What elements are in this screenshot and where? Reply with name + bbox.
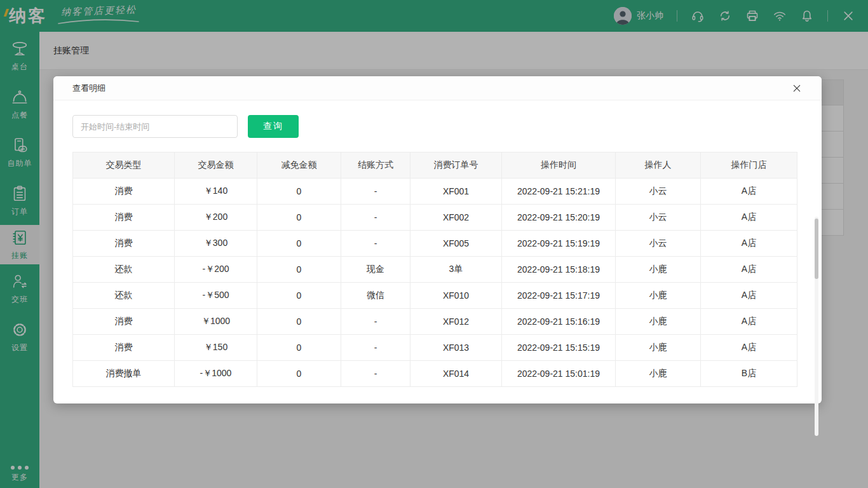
cell-amount: -￥200 xyxy=(175,257,257,283)
cell-time: 2022-09-21 15:20:19 xyxy=(502,205,616,231)
app-window: 纳客 纳客管店更轻松 张小帅 xyxy=(0,0,868,488)
modal-body: 查询 交易类型 交易金额 减免金额 结账方式 消费订单号 操作时间 操作人 xyxy=(53,115,822,387)
cell-amount: -￥1000 xyxy=(175,361,257,387)
column-header: 交易金额 xyxy=(175,152,257,179)
column-header: 操作门店 xyxy=(701,152,797,179)
cell-order: XF010 xyxy=(410,283,502,309)
cell-store: A店 xyxy=(701,309,797,335)
cell-order-link[interactable]: 3单 xyxy=(410,257,502,283)
table-row: 还款 -￥500 0 微信 XF010 2022-09-21 15:17:19 … xyxy=(73,283,797,309)
cell-operator: 小鹿 xyxy=(616,335,701,361)
cell-type: 消费撤单 xyxy=(73,361,175,387)
cell-method: - xyxy=(341,231,410,257)
cell-order: XF012 xyxy=(410,309,502,335)
table-row: 消费 ￥1000 0 - XF012 2022-09-21 15:16:19 小… xyxy=(73,309,797,335)
modal-scrollbar-thumb[interactable] xyxy=(815,219,818,279)
table-row: 消费 ￥300 0 - XF005 2022-09-21 15:19:19 小云… xyxy=(73,231,797,257)
cell-operator: 小鹿 xyxy=(616,361,701,387)
cell-discount: 0 xyxy=(257,257,341,283)
column-header: 减免金额 xyxy=(257,152,341,179)
cell-operator: 小云 xyxy=(616,179,701,205)
cell-method: - xyxy=(341,205,410,231)
cell-operator: 小鹿 xyxy=(616,257,701,283)
table-row: 还款 -￥200 0 现金 3单 2022-09-21 15:18:19 小鹿 … xyxy=(73,257,797,283)
query-button[interactable]: 查询 xyxy=(248,115,299,138)
cell-store: A店 xyxy=(701,283,797,309)
cell-method: 微信 xyxy=(341,283,410,309)
cell-operator: 小鹿 xyxy=(616,283,701,309)
cell-type: 消费 xyxy=(73,205,175,231)
cell-discount: 0 xyxy=(257,179,341,205)
cell-type: 消费 xyxy=(73,231,175,257)
table-row: 消费 ￥150 0 - XF013 2022-09-21 15:15:19 小鹿… xyxy=(73,335,797,361)
cell-method: 现金 xyxy=(341,257,410,283)
table-row: 消费 ￥140 0 - XF001 2022-09-21 15:21:19 小云… xyxy=(73,179,797,205)
cell-order: XF014 xyxy=(410,361,502,387)
column-header: 操作时间 xyxy=(502,152,616,179)
modal-header: 查看明细 xyxy=(53,76,822,100)
column-header: 交易类型 xyxy=(73,152,175,179)
cell-discount: 0 xyxy=(257,231,341,257)
cell-type: 还款 xyxy=(73,257,175,283)
cell-amount: ￥300 xyxy=(175,231,257,257)
cell-discount: 0 xyxy=(257,283,341,309)
modal-close-icon[interactable] xyxy=(791,83,803,94)
cell-operator: 小云 xyxy=(616,231,701,257)
column-header: 消费订单号 xyxy=(410,152,502,179)
cell-discount: 0 xyxy=(257,335,341,361)
cell-type: 还款 xyxy=(73,283,175,309)
cell-store: B店 xyxy=(701,361,797,387)
cell-time: 2022-09-21 15:15:19 xyxy=(502,335,616,361)
cell-method: - xyxy=(341,361,410,387)
cell-time: 2022-09-21 15:17:19 xyxy=(502,283,616,309)
cell-time: 2022-09-21 15:18:19 xyxy=(502,257,616,283)
date-range-input[interactable] xyxy=(72,115,238,138)
cell-method: - xyxy=(341,179,410,205)
modal-scrollbar[interactable] xyxy=(815,217,818,436)
cell-amount: -￥500 xyxy=(175,283,257,309)
transactions-table: 交易类型 交易金额 减免金额 结账方式 消费订单号 操作时间 操作人 操作门店 … xyxy=(72,152,797,387)
cell-time: 2022-09-21 15:21:19 xyxy=(502,179,616,205)
cell-order: XF001 xyxy=(410,179,502,205)
table-header-row: 交易类型 交易金额 减免金额 结账方式 消费订单号 操作时间 操作人 操作门店 xyxy=(73,152,797,179)
cell-store: A店 xyxy=(701,231,797,257)
cell-time: 2022-09-21 15:01:19 xyxy=(502,361,616,387)
cell-amount: ￥1000 xyxy=(175,309,257,335)
cell-method: - xyxy=(341,309,410,335)
cell-method: - xyxy=(341,335,410,361)
cell-time: 2022-09-21 15:16:19 xyxy=(502,309,616,335)
cell-order: XF005 xyxy=(410,231,502,257)
cell-store: A店 xyxy=(701,205,797,231)
search-row: 查询 xyxy=(72,115,803,138)
cell-type: 消费 xyxy=(73,309,175,335)
detail-modal: 查看明细 查询 交易类型 交易金额 xyxy=(53,76,822,403)
column-header: 结账方式 xyxy=(341,152,410,179)
cell-operator: 小云 xyxy=(616,205,701,231)
cell-discount: 0 xyxy=(257,361,341,387)
modal-title: 查看明细 xyxy=(72,83,105,94)
cell-store: A店 xyxy=(701,257,797,283)
cell-order: XF013 xyxy=(410,335,502,361)
cell-amount: ￥200 xyxy=(175,205,257,231)
cell-store: A店 xyxy=(701,335,797,361)
cell-store: A店 xyxy=(701,179,797,205)
cell-order: XF002 xyxy=(410,205,502,231)
cell-time: 2022-09-21 15:19:19 xyxy=(502,231,616,257)
table-row: 消费 ￥200 0 - XF002 2022-09-21 15:20:19 小云… xyxy=(73,205,797,231)
table-row: 消费撤单 -￥1000 0 - XF014 2022-09-21 15:01:1… xyxy=(73,361,797,387)
cell-amount: ￥140 xyxy=(175,179,257,205)
cell-discount: 0 xyxy=(257,309,341,335)
cell-operator: 小鹿 xyxy=(616,309,701,335)
column-header: 操作人 xyxy=(616,152,701,179)
cell-discount: 0 xyxy=(257,205,341,231)
cell-type: 消费 xyxy=(73,335,175,361)
cell-amount: ￥150 xyxy=(175,335,257,361)
cell-type: 消费 xyxy=(73,179,175,205)
